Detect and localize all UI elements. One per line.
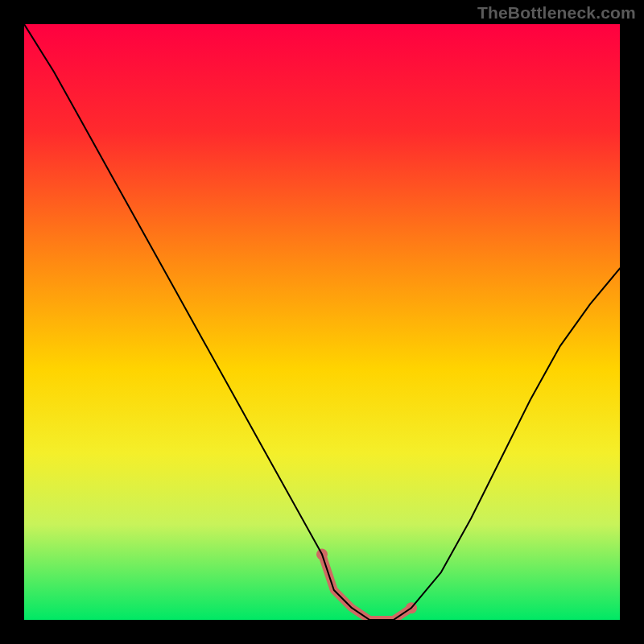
chart-frame: TheBottleneck.com xyxy=(0,0,644,644)
bottleneck-chart xyxy=(24,24,620,620)
watermark-label: TheBottleneck.com xyxy=(477,3,636,23)
gradient-background xyxy=(24,24,620,620)
